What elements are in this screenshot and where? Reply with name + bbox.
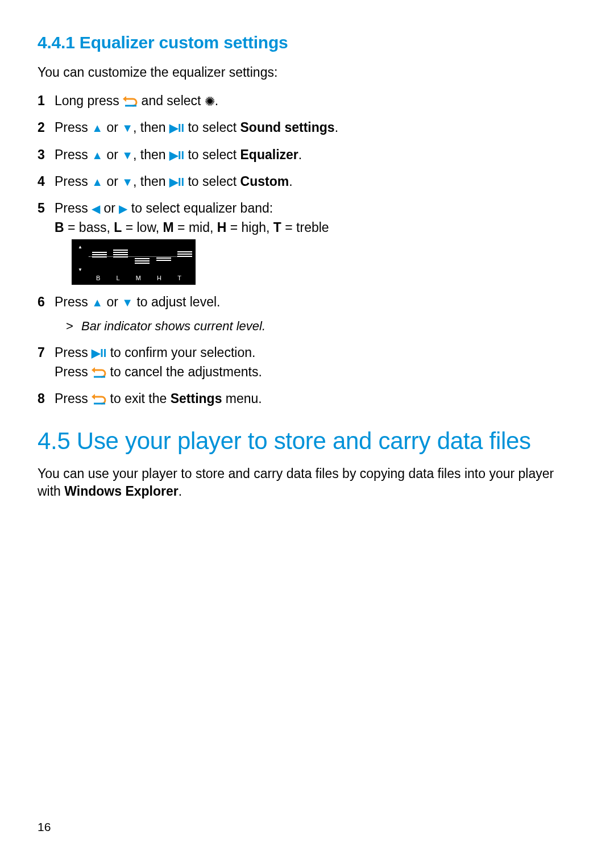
step-1: 1 Long press and select ✺.	[38, 92, 580, 110]
down-arrow-icon: ▼	[122, 297, 133, 308]
step-text: , then	[133, 120, 169, 135]
down-arrow-icon: ▼	[122, 122, 133, 134]
step-3: 3 Press ▲ or ▼, then ▶II to select Equal…	[38, 146, 580, 164]
step-text: or	[106, 174, 122, 189]
body-bold: Windows Explorer	[64, 484, 178, 499]
step-text: Press	[55, 147, 92, 162]
step-text: Press	[55, 391, 92, 406]
play-pause-icon: ▶II	[169, 122, 184, 134]
eq-midline	[89, 256, 190, 257]
step-bold: Equalizer	[240, 147, 298, 162]
step-text: to adjust level.	[136, 294, 220, 309]
step-number: 7	[38, 343, 45, 362]
right-arrow-icon: ▶	[119, 203, 127, 214]
step-4: 4 Press ▲ or ▼, then ▶II to select Custo…	[38, 172, 580, 191]
step-bold: Custom	[240, 174, 289, 189]
eq-label: L	[117, 274, 121, 283]
step-text: or	[106, 120, 122, 135]
eq-band-l	[110, 244, 132, 273]
step-text: , then	[133, 174, 169, 189]
step-text: Press	[55, 174, 92, 189]
eq-band-b	[89, 244, 110, 273]
legend-key: T	[273, 220, 281, 235]
legend-key: M	[163, 220, 174, 235]
legend-val: = bass,	[64, 220, 114, 235]
step-text: to select	[188, 147, 240, 162]
up-arrow-icon: ▲	[92, 149, 103, 161]
legend-key: B	[55, 220, 64, 235]
legend-val: = low,	[122, 220, 163, 235]
up-arrow-icon: ▲	[78, 245, 82, 250]
up-arrow-icon: ▲	[92, 297, 103, 308]
step-note: Bar indicator shows current level.	[66, 317, 580, 335]
legend-val: = mid,	[174, 220, 217, 235]
eq-band-m	[131, 244, 153, 273]
heading-441: 4.4.1 Equalizer custom settings	[38, 33, 580, 52]
eq-label: T	[177, 274, 182, 283]
step-text: or	[106, 294, 122, 309]
step-8: 8 Press to exit the Settings menu.	[38, 389, 580, 408]
step-bold: Sound settings	[240, 120, 335, 135]
step-text: to select	[188, 120, 240, 135]
step-text: Press	[55, 120, 92, 135]
step-number: 8	[38, 389, 45, 408]
legend-key: L	[114, 220, 122, 235]
back-icon	[92, 366, 106, 378]
step-text: .	[215, 93, 218, 108]
step-text: to cancel the adjustments.	[110, 364, 262, 379]
eq-label: M	[136, 274, 142, 283]
eq-band-t	[174, 244, 196, 273]
step-text: or	[106, 147, 122, 162]
back-icon	[123, 94, 138, 107]
step-text: to select equalizer band:	[131, 201, 273, 215]
step-number: 6	[38, 293, 45, 312]
eq-label: H	[157, 274, 163, 283]
legend-val: = treble	[281, 220, 329, 235]
step-bold: Settings	[171, 391, 222, 406]
step-text: , then	[133, 147, 169, 162]
up-arrow-icon: ▲	[92, 176, 103, 188]
back-icon	[92, 392, 106, 405]
step-text: or	[104, 201, 119, 215]
down-arrow-icon: ▼	[78, 268, 82, 272]
play-pause-icon: ▶II	[169, 149, 184, 161]
eq-labels: B L M H T	[89, 274, 190, 283]
step-number: 5	[38, 199, 45, 218]
step-text: and select	[142, 93, 205, 108]
step-number: 1	[38, 92, 45, 110]
step-7: 7 Press ▶II to confirm your selection. P…	[38, 343, 580, 381]
legend-val: = high,	[226, 220, 273, 235]
step-text: Long press	[55, 93, 123, 108]
step-text: Press	[55, 345, 92, 360]
gear-icon: ✺	[205, 95, 215, 108]
step-text: to select	[188, 174, 240, 189]
play-pause-icon: ▶II	[169, 176, 184, 188]
step-text: to confirm your selection.	[110, 345, 256, 360]
step-text: .	[335, 120, 338, 135]
step-text: menu.	[222, 391, 262, 406]
eq-label: B	[96, 274, 101, 283]
step-text: Press	[55, 201, 92, 215]
steps-list: 1 Long press and select ✺. 2 Press ▲ or …	[38, 92, 580, 408]
up-arrow-icon: ▲	[92, 122, 103, 134]
left-arrow-icon: ◀	[92, 203, 100, 214]
eq-band-h	[153, 244, 175, 273]
legend-key: H	[217, 220, 227, 235]
down-arrow-icon: ▼	[122, 176, 133, 188]
step-text: .	[289, 174, 292, 189]
step-text: Press	[55, 364, 92, 379]
step-6: 6 Press ▲ or ▼ to adjust level. Bar indi…	[38, 293, 580, 335]
equalizer-display: ▲ ▼	[72, 239, 196, 285]
step-text: Press	[55, 294, 92, 309]
section-45-body: You can use your player to store and car…	[38, 465, 580, 500]
step-number: 3	[38, 146, 45, 164]
eq-side-arrows: ▲ ▼	[72, 244, 89, 273]
step-2: 2 Press ▲ or ▼, then ▶II to select Sound…	[38, 118, 580, 137]
step-number: 4	[38, 172, 45, 191]
step-text: to exit the	[110, 391, 171, 406]
heading-45: 4.5 Use your player to store and carry d…	[38, 427, 580, 455]
down-arrow-icon: ▼	[122, 149, 133, 161]
step-5: 5 Press ◀ or ▶ to select equalizer band:…	[38, 199, 580, 285]
step-number: 2	[38, 118, 45, 137]
page-number: 16	[38, 820, 51, 834]
